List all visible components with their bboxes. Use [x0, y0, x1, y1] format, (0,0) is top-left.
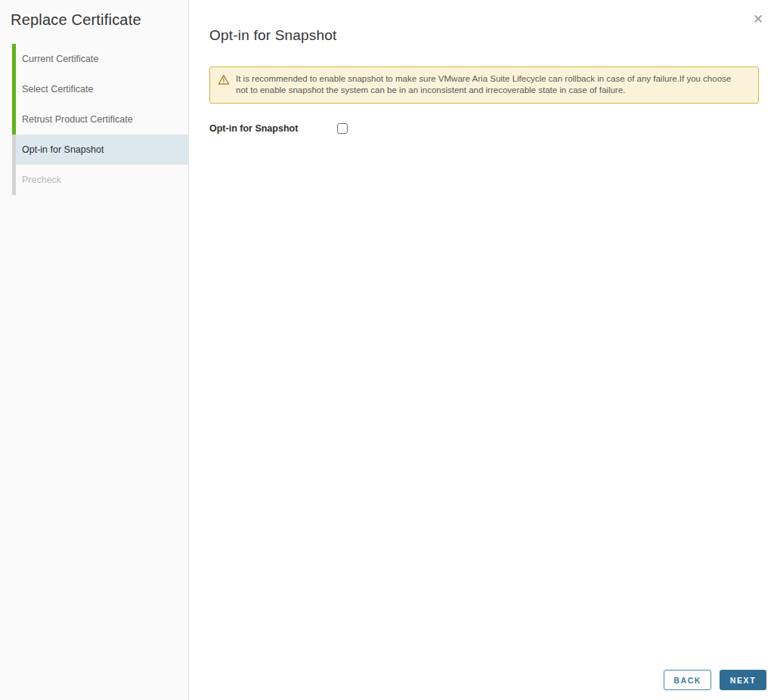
opt-in-label: Opt-in for Snapshot	[209, 123, 337, 134]
wizard-steps: Current Certificate Select Certificate R…	[0, 44, 188, 195]
snapshot-warning-banner: It is recommended to enable snapshot to …	[209, 67, 759, 104]
step-retrust-product-certificate[interactable]: Retrust Product Certificate	[0, 104, 188, 135]
opt-in-row: Opt-in for Snapshot	[209, 123, 759, 134]
step-label: Select Certificate	[22, 84, 93, 94]
warning-message: It is recommended to enable snapshot to …	[236, 73, 748, 96]
close-icon[interactable]: ✕	[750, 11, 766, 27]
wizard-footer: BACK NEXT	[664, 670, 766, 690]
step-select-certificate[interactable]: Select Certificate	[0, 74, 188, 104]
wizard-content-panel: Opt-in for Snapshot It is recommended to…	[189, 0, 774, 700]
wizard-title: Replace Certificate	[0, 0, 188, 36]
back-button[interactable]: BACK	[664, 670, 711, 690]
step-label: Opt-in for Snapshot	[22, 144, 104, 155]
step-current-certificate[interactable]: Current Certificate	[0, 44, 188, 74]
opt-in-checkbox[interactable]	[337, 123, 348, 134]
warning-triangle-icon	[218, 74, 230, 85]
next-button[interactable]: NEXT	[720, 670, 766, 690]
wizard-sidebar: Replace Certificate Current Certificate …	[0, 0, 189, 700]
page-title: Opt-in for Snapshot	[209, 27, 759, 44]
step-label: Current Certificate	[22, 54, 98, 64]
step-label: Precheck	[22, 175, 61, 185]
step-precheck: Precheck	[0, 165, 188, 195]
step-label: Retrust Product Certificate	[22, 114, 133, 125]
step-opt-in-for-snapshot[interactable]: Opt-in for Snapshot	[0, 135, 188, 165]
